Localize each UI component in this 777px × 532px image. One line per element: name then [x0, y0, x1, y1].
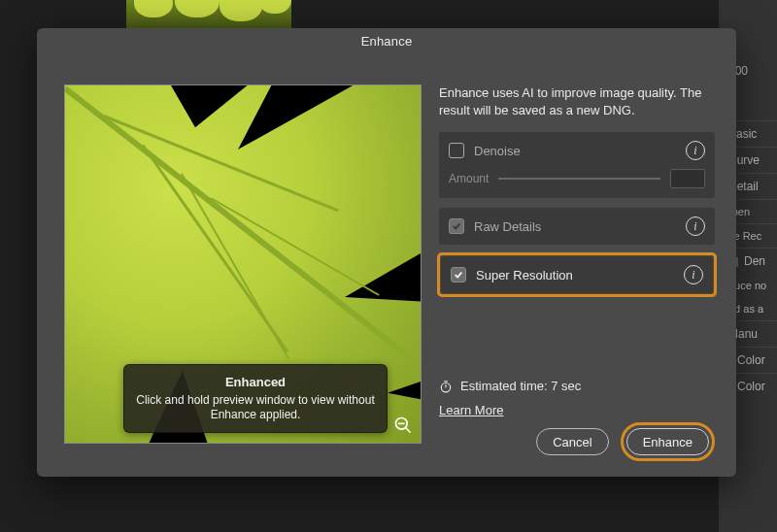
raw-details-option: Raw Details i: [439, 208, 715, 245]
amount-slider[interactable]: [498, 178, 660, 180]
eta-prefix: Estimated time:: [460, 379, 548, 393]
super-resolution-highlight: Super Resolution i: [439, 254, 715, 295]
estimated-time: Estimated time: 7 sec: [439, 379, 715, 393]
denoise-option: Denoise i Amount: [439, 132, 715, 198]
denoise-info-icon[interactable]: i: [686, 141, 705, 160]
cancel-button[interactable]: Cancel: [536, 428, 608, 455]
raw-details-label: Raw Details: [474, 219, 686, 234]
timer-icon: [439, 380, 453, 393]
amount-value-box[interactable]: [670, 169, 705, 188]
raw-details-info-icon[interactable]: i: [686, 216, 705, 236]
svg-line-1: [406, 428, 411, 433]
svg-point-3: [441, 382, 450, 391]
zoom-out-icon[interactable]: [393, 416, 413, 435]
preview-window[interactable]: Enhanced Click and hold preview window t…: [64, 84, 422, 444]
tooltip-title: Enhanced: [136, 375, 375, 389]
dialog-buttons: Cancel Enhance: [536, 422, 715, 461]
denoise-checkbox[interactable]: [449, 143, 464, 158]
denoise-label: Denoise: [474, 144, 686, 158]
super-resolution-option: Super Resolution i: [441, 256, 713, 293]
dialog-title: Enhance: [37, 28, 736, 55]
enhance-button-highlight: Enhance: [621, 422, 715, 461]
enhance-dialog: Enhance Enhanced Click and hold preview …: [37, 28, 736, 477]
tooltip-body: Click and hold preview window to view wi…: [136, 393, 375, 422]
enhance-button[interactable]: Enhance: [626, 428, 709, 455]
amount-label: Amount: [449, 172, 489, 185]
learn-more[interactable]: Learn More: [439, 403, 715, 417]
learn-more-link[interactable]: Learn More: [439, 403, 503, 417]
panel-color-2-label: Color: [737, 380, 765, 393]
panel-color-1-label: Color: [737, 353, 765, 367]
super-resolution-label: Super Resolution: [476, 268, 684, 283]
dialog-description: Enhance uses AI to improve image quality…: [439, 84, 715, 118]
preview-tooltip: Enhanced Click and hold preview window t…: [123, 364, 388, 433]
eta-value: 7 sec: [551, 379, 581, 393]
super-resolution-info-icon[interactable]: i: [684, 265, 703, 284]
raw-details-checkbox[interactable]: [449, 218, 464, 234]
panel-denoise-label: Den: [744, 254, 765, 268]
super-resolution-checkbox[interactable]: [451, 267, 466, 283]
